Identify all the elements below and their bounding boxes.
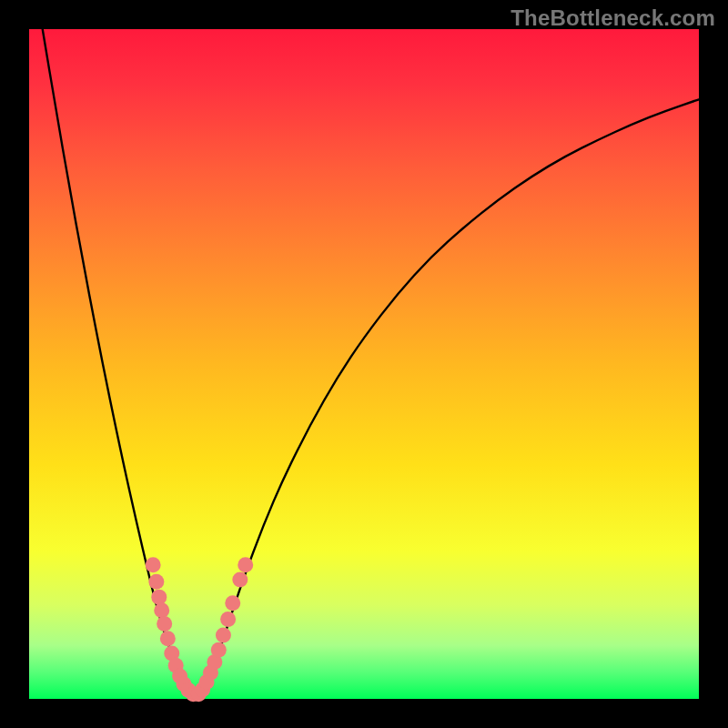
marker-point — [146, 557, 161, 572]
marker-point — [160, 631, 176, 646]
marker-point — [232, 571, 248, 587]
curve-right-branch — [197, 99, 699, 695]
marker-point — [225, 595, 240, 611]
marker-point — [211, 642, 227, 658]
marker-point — [220, 612, 236, 627]
marker-point — [157, 616, 172, 632]
marker-point — [148, 574, 164, 590]
plot-area — [29, 29, 699, 699]
curve-layer — [43, 29, 699, 695]
marker-point — [238, 557, 253, 572]
watermark-text: TheBottleneck.com — [511, 5, 715, 31]
curve-left-branch — [43, 29, 197, 695]
marker-point — [151, 590, 167, 605]
chart-frame: TheBottleneck.com — [0, 0, 728, 728]
marker-point — [216, 628, 231, 643]
marker-point — [154, 602, 169, 618]
marker-layer — [146, 557, 254, 702]
chart-svg — [29, 29, 699, 699]
